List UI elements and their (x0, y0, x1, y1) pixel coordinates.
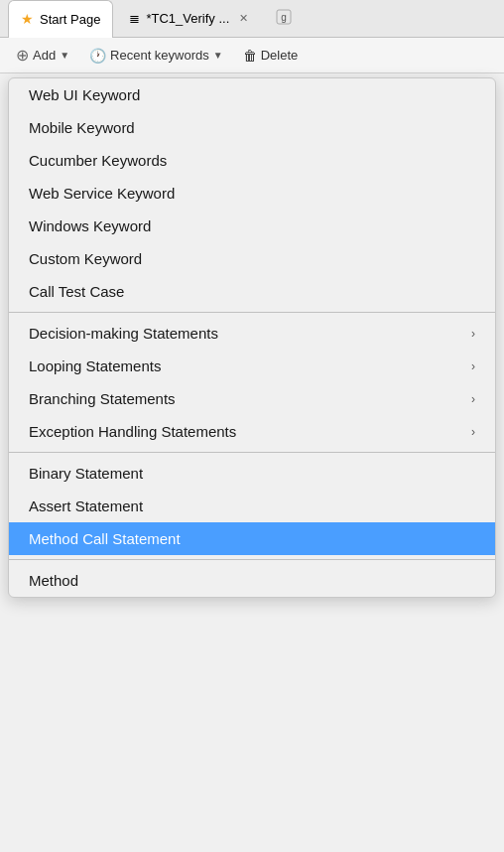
recent-keywords-button[interactable]: 🕐 Recent keywords ▼ (81, 44, 231, 68)
menu-item-custom-keyword-label: Custom Keyword (29, 250, 142, 267)
menu-item-method[interactable]: Method (9, 564, 495, 597)
menu-item-web-service-keyword[interactable]: Web Service Keyword (9, 177, 495, 210)
delete-button[interactable]: 🗑 Delete (235, 44, 307, 68)
tab-tc1-verify[interactable]: ≣ *TC1_Verify ... ✕ (117, 0, 260, 38)
dropdown-menu: Web UI Keyword Mobile Keyword Cucumber K… (8, 77, 496, 598)
tab-start-page[interactable]: ★ Start Page (8, 0, 113, 38)
add-chevron-icon: ▼ (60, 50, 69, 61)
branching-chevron-icon: › (471, 392, 475, 406)
menu-item-exception-handling-label: Exception Handling Statements (29, 423, 236, 440)
menu-item-binary-statement[interactable]: Binary Statement (9, 457, 495, 490)
trash-icon: 🗑 (243, 48, 257, 64)
recent-keywords-label: Recent keywords (110, 48, 209, 63)
menu-item-windows-keyword[interactable]: Windows Keyword (9, 210, 495, 242)
menu-item-web-service-keyword-label: Web Service Keyword (29, 185, 175, 202)
menu-item-decision-making-label: Decision-making Statements (29, 325, 218, 342)
menu-item-assert-statement[interactable]: Assert Statement (9, 490, 495, 522)
add-button[interactable]: ⊕ Add ▼ (8, 42, 77, 69)
tab-tc1-verify-label: *TC1_Verify ... (146, 11, 229, 26)
menu-item-cucumber-keywords-label: Cucumber Keywords (29, 152, 167, 169)
looping-chevron-icon: › (471, 359, 475, 373)
menu-section-4: Method (9, 564, 495, 597)
decision-making-chevron-icon: › (471, 327, 475, 341)
menu-item-method-call-statement-label: Method Call Statement (29, 530, 181, 547)
menu-item-windows-keyword-label: Windows Keyword (29, 217, 151, 234)
menu-item-decision-making[interactable]: Decision-making Statements › (9, 317, 495, 350)
plus-icon: ⊕ (16, 46, 29, 65)
menu-item-web-ui-keyword[interactable]: Web UI Keyword (9, 78, 495, 111)
divider-3 (9, 559, 495, 560)
menu-item-web-ui-keyword-label: Web UI Keyword (29, 86, 140, 103)
menu-item-exception-handling[interactable]: Exception Handling Statements › (9, 415, 495, 448)
menu-item-looping-statements[interactable]: Looping Statements › (9, 350, 495, 382)
tab-bar: ★ Start Page ≣ *TC1_Verify ... ✕ g (0, 0, 504, 38)
tab-close-icon[interactable]: ✕ (239, 12, 248, 25)
g-icon: g (276, 9, 292, 28)
menu-item-binary-statement-label: Binary Statement (29, 465, 143, 482)
tab-start-page-label: Start Page (40, 12, 100, 27)
star-icon: ★ (21, 11, 34, 27)
menu-section-3: Binary Statement Assert Statement Method… (9, 457, 495, 555)
grid-icon: ≣ (129, 11, 140, 26)
divider-2 (9, 452, 495, 453)
menu-item-assert-statement-label: Assert Statement (29, 497, 143, 514)
menu-item-cucumber-keywords[interactable]: Cucumber Keywords (9, 144, 495, 177)
menu-item-mobile-keyword[interactable]: Mobile Keyword (9, 111, 495, 144)
add-label: Add (33, 48, 56, 63)
menu-item-branching-statements[interactable]: Branching Statements › (9, 382, 495, 415)
menu-item-custom-keyword[interactable]: Custom Keyword (9, 242, 495, 275)
menu-item-call-test-case[interactable]: Call Test Case (9, 275, 495, 308)
delete-label: Delete (261, 48, 299, 63)
menu-item-method-call-statement[interactable]: Method Call Statement (9, 522, 495, 555)
menu-item-mobile-keyword-label: Mobile Keyword (29, 119, 135, 136)
menu-item-looping-statements-label: Looping Statements (29, 357, 161, 374)
menu-section-1: Web UI Keyword Mobile Keyword Cucumber K… (9, 78, 495, 308)
exception-chevron-icon: › (471, 425, 475, 439)
svg-text:g: g (281, 12, 287, 23)
toolbar: ⊕ Add ▼ 🕐 Recent keywords ▼ 🗑 Delete (0, 38, 504, 73)
divider-1 (9, 312, 495, 313)
menu-item-branching-statements-label: Branching Statements (29, 390, 176, 407)
menu-item-method-label: Method (29, 572, 78, 589)
menu-section-2: Decision-making Statements › Looping Sta… (9, 317, 495, 448)
menu-item-call-test-case-label: Call Test Case (29, 283, 124, 300)
clock-icon: 🕐 (89, 48, 106, 64)
tab-g[interactable]: g (264, 0, 304, 38)
recent-chevron-icon: ▼ (213, 50, 223, 61)
